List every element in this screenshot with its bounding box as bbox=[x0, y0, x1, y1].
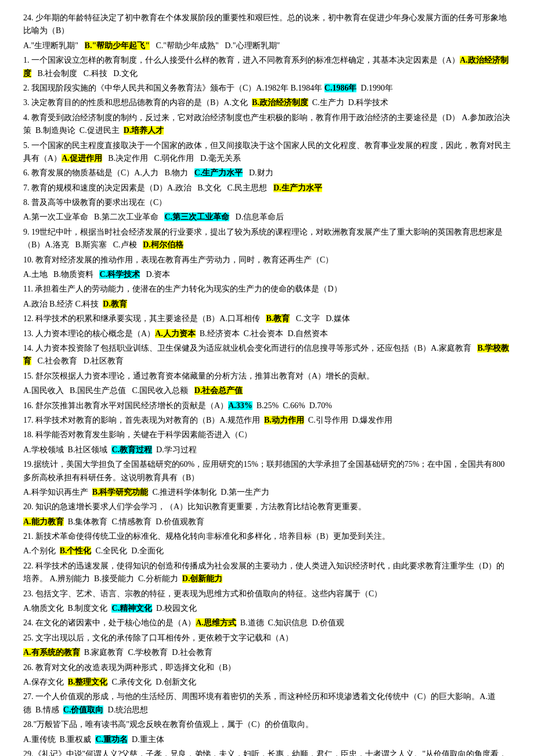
q20: 20. 知识的急速增长要求人们学会学习，（A）比知识教育更重要，方法教育比结论教… bbox=[23, 501, 511, 513]
q9-answer: D.柯尔伯格 bbox=[143, 240, 183, 249]
q21-options: A.个别化 B.个性化 C.全民化 D.全面化 bbox=[23, 545, 511, 557]
q19: 19.据统计，美国大学担负了全国基础研究的60%，应用研究的15%；联邦德国的大… bbox=[23, 458, 511, 484]
q27: 27. 一个人价值观的形成，与他的生活经历、周围环境有着密切的关系，而这种经历和… bbox=[23, 690, 511, 717]
q22: 22. 科学技术的迅速发展，使得知识的创造和传播成为社会发展的主要动力，使人类进… bbox=[23, 560, 511, 586]
q3: 3. 决定教育目的的性质和思想品德教育的内容的是（B）A.文化 B.政治经济制度… bbox=[23, 96, 511, 109]
q25: 25. 文字出现以后，文化的承传除了口耳相传外，更依赖于文字记载和（A） bbox=[23, 632, 511, 645]
q11-options: A.政治 B.经济 C.科技 D.教育 bbox=[23, 298, 511, 311]
q18: 18. 科学能否对教育发生影响，关键在于科学因素能否进入（C） bbox=[23, 429, 511, 441]
q4-answer: D.培养人才 bbox=[124, 126, 164, 135]
q23-answer: C.精神文化 bbox=[111, 604, 152, 613]
q28-answer: C.重功名 bbox=[95, 735, 128, 744]
q27-answer: C.价值取向 bbox=[63, 705, 104, 714]
q24-answer: B."帮助少年起飞" bbox=[85, 41, 150, 50]
q10-options: A.土地 B.物质资料 C.科学技术 D.资本 bbox=[23, 268, 511, 281]
q6: 6. 教育发展的物质基础是（C）A.人力 B.物力 C.生产力水平 D.财力 bbox=[23, 167, 511, 179]
q11: 11. 承担着生产人的劳动能力，使潜在的生产力转化为现实的生产力的使命的载体是（… bbox=[23, 283, 511, 296]
q12-answer: B.教育 bbox=[266, 314, 290, 323]
q24b-answer: A.思维方式 bbox=[196, 618, 236, 627]
q21-answer: B.个性化 bbox=[60, 546, 92, 555]
q18-options: A.学校领域 B.社区领域 C.教育过程 D.学习过程 bbox=[23, 444, 511, 456]
q8: 8. 普及高等中级教育的要求出现在（C） bbox=[23, 196, 511, 209]
q28-options: A.重传统 B.重权威 C.重功名 D.重主体 bbox=[23, 733, 511, 746]
q10: 10. 教育对经济发展的推动作用，表现在教育再生产劳动力，同时，教育还再生产（C… bbox=[23, 254, 511, 267]
q23-options: A.物质文化 B.制度文化 C.精神文化 D.校园文化 bbox=[23, 602, 511, 615]
q20-answer: A.能力教育 bbox=[23, 517, 64, 526]
q11-answer: D.教育 bbox=[103, 300, 127, 308]
q24-options: A."生理断乳期" B."帮助少年起飞" C."帮助少年成熟" D."心理断乳期… bbox=[23, 39, 511, 52]
q1: 1. 一个国家设立怎样的教育制度，什么人接受什么样的教育，进入不同教育系列的标准… bbox=[23, 54, 511, 80]
q14: 14. 人力资本投资除了包括职业训练、卫生保健及为适应就业机会变化而进行的信息搜… bbox=[23, 342, 511, 368]
q25-options: A.有系统的教育 B.家庭教育 C.学校教育 D.社会教育 bbox=[23, 646, 511, 659]
q13-answer: A.人力资本 bbox=[155, 329, 196, 338]
q23: 23. 包括文字、艺术、语言、宗教的特征，更表现为思维方式和价值取向的特征。这些… bbox=[23, 588, 511, 600]
q19-answer: B.科学研究功能 bbox=[92, 488, 149, 496]
main-content: 24. 少年期的年龄特征决定了初中教育在个体发展阶段的重要性和艰巨性。总的说来，… bbox=[23, 12, 511, 756]
q26-answer: B.整理文化 bbox=[68, 678, 108, 686]
q25-answer: A.有系统的教育 bbox=[23, 648, 80, 657]
q20-options: A.能力教育 B.集体教育 C.情感教育 D.价值观教育 bbox=[23, 516, 511, 528]
q3-answer: B.政治经济制度 bbox=[252, 98, 308, 107]
q22-answer: D.创新能力 bbox=[182, 574, 223, 583]
q15-options: A.国民收入 B.国民生产总值 C.国民收入总额 D.社会总产值 bbox=[23, 384, 511, 397]
q16-answer: A.33% bbox=[228, 401, 252, 410]
q26: 26. 教育对文化的改造表现为两种形式，即选择文化和（B） bbox=[23, 661, 511, 674]
q1-answer: A.政治经济制度 bbox=[23, 56, 508, 77]
q12: 12. 科学技术的积累和继承要实现，其主要途径是（B）A.口耳相传 B.教育 C… bbox=[23, 312, 511, 325]
q29: 29.《礼记》中说"何谓人义?父慈，子孝，兄良，弟悌，夫义，妇听，长惠，幼顺，君… bbox=[23, 748, 511, 756]
q5-answer: A.促进作用 bbox=[62, 154, 102, 163]
q13: 13. 人力资本理论的核心概念是（A）A.人力资本 B.经济资本 C.社会资本 … bbox=[23, 327, 511, 340]
q24b: 24. 在文化的诸因素中，处于核心地位的是（A）A.思维方式 B.道德 C.知识… bbox=[23, 617, 511, 629]
q16: 16. 舒尔茨推算出教育水平对国民经济增长的贡献是（A）A.33% B.25% … bbox=[23, 399, 511, 412]
q8-answer: C.第三次工业革命 bbox=[164, 213, 229, 221]
q9: 9. 19世纪中叶，根据当时社会经济发展的行业要求，提出了较为系统的课程理论，对… bbox=[23, 226, 511, 252]
q21: 21. 新技术革命使得传统工业的标准化、规格化转向非标准化和多样化，培养目标（B… bbox=[23, 530, 511, 543]
q7-answer: D.生产力水平 bbox=[273, 183, 322, 192]
q10-answer: C.科学技术 bbox=[99, 270, 140, 279]
q2-answer: C.1986年 bbox=[324, 84, 357, 92]
q7: 7. 教育的规模和速度的决定因素是（D）A.政治 B.文化 C.民主思想 D.生… bbox=[23, 182, 511, 195]
q15: 15. 舒尔茨根据人力资本理论，通过教育资本储藏量的分析方法，推算出教育对（A）… bbox=[23, 370, 511, 383]
q24: 24. 少年期的年龄特征决定了初中教育在个体发展阶段的重要性和艰巨性。总的说来，… bbox=[23, 12, 511, 38]
q5: 5. 一个国家的民主程度直接取决于一个国家的政体，但又间接取决于这个国家人民的文… bbox=[23, 139, 511, 165]
q28: 28."万般皆下品，唯有读书高"观念反映在教育价值观上，属于（C）的价值取向。 bbox=[23, 718, 511, 731]
q14-answer: B.学校教育 bbox=[23, 344, 509, 365]
q8-options: A.第一次工业革命 B.第二次工业革命 C.第三次工业革命 D.信息革命后 bbox=[23, 211, 511, 224]
q2: 2. 我国现阶段实施的《中华人民共和国义务教育法》颁布于（C）A.1982年 B… bbox=[23, 82, 511, 95]
q6-answer: C.生产力水平 bbox=[194, 168, 243, 177]
q17: 17. 科学技术对教育的影响，首先表现为对教育的（B）A.规范作用 B.动力作用… bbox=[23, 414, 511, 427]
q15-answer: D.社会总产值 bbox=[194, 386, 243, 395]
q26-options: A.保存文化 B.整理文化 C.承传文化 D.创新文化 bbox=[23, 676, 511, 689]
q4: 4. 教育受到政治经济制度的制约，反过来，它对政治经济制度也产生积极的影响，教育… bbox=[23, 111, 511, 138]
q17-answer: B.动力作用 bbox=[264, 416, 304, 424]
q19-options: A.科学知识再生产 B.科学研究功能 C.推进科学体制化 D.第一生产力 bbox=[23, 486, 511, 499]
q18-answer: C.教育过程 bbox=[111, 445, 152, 454]
